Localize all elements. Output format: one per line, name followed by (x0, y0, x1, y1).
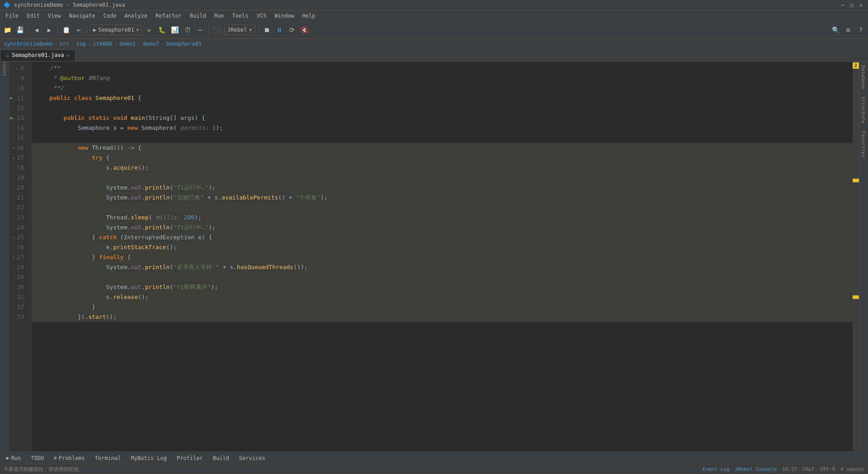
menu-item-analyze[interactable]: Analyze (121, 12, 151, 20)
encoding[interactable]: UTF-8 (820, 466, 835, 472)
bottom-tab-mybatis[interactable]: MyBatis Log (126, 453, 171, 464)
menu-item-code[interactable]: Code (100, 12, 120, 20)
line-num-32: 32 (9, 302, 28, 312)
tab-close-btn[interactable]: ✕ (67, 53, 70, 58)
tab-semaphore01[interactable]: ☕ Semaphore01.java ✕ (0, 49, 75, 61)
right-panels: Database Structure Favorites (859, 62, 868, 451)
run-config-label: Semaphore01 (98, 27, 134, 33)
toolbar-save-btn[interactable]: 💾 (14, 24, 25, 35)
toolbar-pause-btn[interactable]: ⏸ (274, 24, 285, 35)
breadcrumb-item-5[interactable]: demo7 (142, 41, 159, 47)
menu-item-navigate[interactable]: Navigate (66, 12, 99, 20)
jrebel-dropdown[interactable]: JRebel ▾ (224, 24, 255, 35)
settings-btn[interactable]: ⚙ (843, 24, 854, 35)
debug-btn[interactable]: 🐛 (157, 24, 168, 35)
menu-item-file[interactable]: File (2, 12, 22, 20)
bottom-tab-run[interactable]: ▶ Run (2, 453, 25, 464)
toolbar-sep-3 (87, 25, 87, 34)
database-panel-toggle[interactable]: Database (859, 62, 868, 93)
breadcrumb-item-1[interactable]: src (60, 41, 70, 47)
toolbar-back-btn[interactable]: ◀ (31, 24, 42, 35)
line-num-25: ▾ 25 (9, 232, 28, 242)
chevron-down-icon: ▾ (136, 27, 139, 33)
toolbar: 📁 💾 ◀ ▶ 📋 ↩ ▶ Semaphore01 ▾ ▶ 🐛 📊 ⏱ ⋯ ⬛ … (0, 21, 868, 39)
line-num-28: 28 (9, 262, 28, 272)
code-line-32: } (32, 302, 853, 312)
code-line-10: **/ (32, 83, 853, 93)
code-line-25: } catch (InterruptedException e) { (32, 232, 853, 242)
title-bar-left: 🔷 synchronizeDemo - Semaphore01.java (4, 2, 125, 8)
breadcrumb-sep-5: › (161, 41, 164, 47)
line-num-26: 26 (9, 242, 28, 252)
fold-icon-27[interactable]: ▾ (10, 254, 17, 261)
more-run-btn[interactable]: ⋯ (195, 24, 206, 35)
toolbar-undo-btn[interactable]: ↩ (73, 24, 84, 35)
jrebel-console-link[interactable]: JRebel Console (735, 466, 777, 472)
fold-icon-16[interactable]: ▾ (10, 145, 17, 151)
bottom-tab-build[interactable]: Build (208, 453, 234, 464)
structure-panel-toggle[interactable]: Structure (859, 93, 868, 127)
menu-item-run[interactable]: Run (211, 12, 228, 20)
breadcrumb-item-6[interactable]: Semaphore01 (166, 41, 202, 47)
menu-item-view[interactable]: View (44, 12, 65, 20)
code-line-14: Semaphore s = new Semaphore( permits: 1)… (32, 123, 853, 133)
line-num-14: 14 (9, 123, 28, 133)
line-ending[interactable]: CRLF (802, 466, 815, 472)
breadcrumb-sep-2: › (88, 41, 91, 47)
breadcrumb-item-2[interactable]: top (76, 41, 86, 47)
app-icon: 🔷 (4, 2, 10, 8)
toolbar-recent-btn[interactable]: 📋 (61, 24, 71, 35)
menu-item-edit[interactable]: Edit (23, 12, 43, 20)
toolbar-forward-btn[interactable]: ▶ (44, 24, 55, 35)
toolbar-project-btn[interactable]: 📁 (2, 24, 13, 35)
problems-tab-icon: ⊗ (54, 455, 57, 461)
breadcrumb-item-3[interactable]: it6666 (93, 41, 112, 47)
maximize-button[interactable]: □ (848, 1, 855, 9)
bottom-tab-problems[interactable]: ⊗ Problems (49, 453, 89, 464)
close-button[interactable]: ✕ (857, 1, 864, 9)
toolbar-resume-btn[interactable]: ⟳ (287, 24, 297, 35)
help-btn[interactable]: ? (855, 24, 866, 35)
menu-item-window[interactable]: Window (271, 12, 297, 20)
line-num-27: ▾ 27 (9, 252, 28, 262)
toolbar-mute-btn[interactable]: 🔇 (299, 24, 310, 35)
favorites-panel-toggle[interactable]: Favorites (859, 127, 868, 161)
breadcrumb-item-0[interactable]: synchronizeDemo (4, 41, 52, 47)
event-log-link[interactable]: Event Log (703, 466, 730, 472)
run-btn[interactable]: ▶ (144, 24, 155, 35)
code-line-18: s.acquire(); (32, 163, 853, 173)
project-panel-toggle[interactable]: Project (0, 62, 9, 71)
menu-item-vcs[interactable]: VCS (253, 12, 270, 20)
fold-icon-8[interactable]: ▸ (14, 65, 20, 71)
run-gutter-icon-13[interactable]: ▶ (10, 114, 13, 122)
code-line-15 (32, 133, 853, 143)
code-area[interactable]: /** * @author BNTang **/ public class Se… (32, 62, 853, 451)
minimize-button[interactable]: ─ (839, 1, 846, 9)
run-config-dropdown[interactable]: ▶ Semaphore01 ▾ (90, 24, 142, 35)
code-line-11: public class Semaphore01 { (32, 93, 853, 103)
bottom-tab-todo[interactable]: TODO (26, 453, 48, 464)
line-num-22: 22 (9, 203, 28, 213)
indent[interactable]: 4 spaces (840, 466, 864, 472)
toolbar-run-stop-btn[interactable]: ⏹ (261, 24, 272, 35)
bottom-tab-terminal[interactable]: Terminal (90, 453, 126, 464)
profile-btn[interactable]: ⏱ (182, 24, 193, 35)
code-line-33: }).start(); (32, 312, 853, 322)
menu-item-tools[interactable]: Tools (229, 12, 252, 20)
fold-icon-17[interactable]: ▾ (10, 155, 17, 161)
menu-item-build[interactable]: Build (186, 12, 210, 20)
todo-tab-label: TODO (31, 455, 44, 461)
menu-item-refactor[interactable]: Refactor (152, 12, 185, 20)
line-num-17: ▾ 17 (9, 153, 28, 163)
stop-build-btn[interactable]: ⬛ (212, 24, 222, 35)
run-gutter-icon-11[interactable]: ▶ (10, 95, 13, 102)
menu-item-help[interactable]: Help (299, 12, 319, 20)
line-numbers: ▸ 8 9 10 ▶ 11 12 ▶ ▸ 13 14 15 ▾ (9, 62, 32, 451)
status-right: Event Log JRebel Console 16:27 CRLF UTF-… (703, 466, 864, 472)
breadcrumb-item-4[interactable]: demo1 (119, 41, 136, 47)
run-with-coverage-btn[interactable]: 📊 (170, 24, 180, 35)
bottom-tab-profiler[interactable]: Profiler (172, 453, 208, 464)
bottom-tab-services[interactable]: Services (235, 453, 270, 464)
fold-icon-25[interactable]: ▾ (10, 234, 17, 241)
search-everywhere-btn[interactable]: 🔍 (830, 24, 841, 35)
